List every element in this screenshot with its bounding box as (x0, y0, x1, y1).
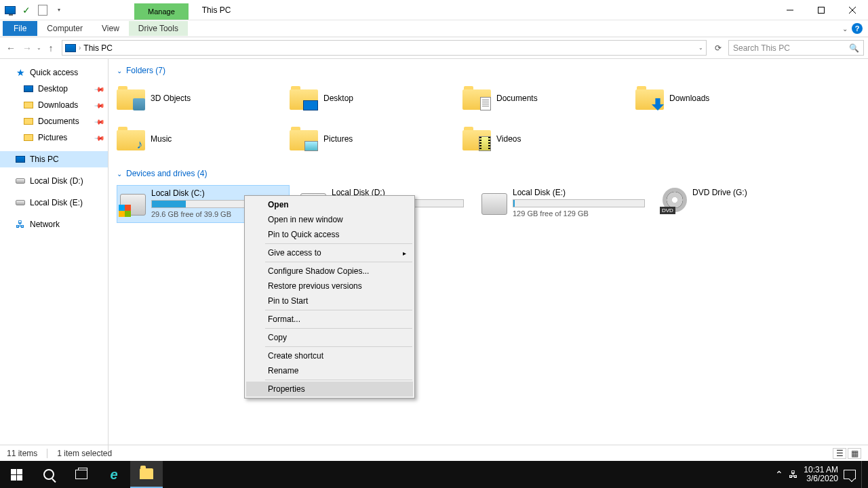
ctx-open[interactable]: Open (246, 197, 413, 212)
window-title: This PC (202, 5, 231, 15)
breadcrumb-location[interactable]: This PC (83, 43, 113, 53)
item-count: 11 items (7, 449, 37, 458)
folder-icon (462, 127, 491, 151)
new-folder-qat-icon[interactable] (35, 3, 50, 18)
breadcrumb-separator-icon[interactable]: › (79, 44, 81, 52)
qat-customize-icon[interactable]: ▾ (52, 3, 66, 18)
windows-logo-icon (11, 469, 22, 481)
ctx-copy[interactable]: Copy (246, 330, 413, 345)
search-icon[interactable]: 🔍 (849, 43, 859, 53)
separator (265, 380, 412, 380)
sidebar-label: Local Disk (D:) (30, 176, 83, 186)
folder-item[interactable]: ♪Music (117, 123, 290, 155)
help-icon[interactable]: ? (852, 23, 863, 34)
drive-tools-tab[interactable]: Drive Tools (129, 21, 188, 36)
system-tray: ⌃ 🖧 10:31 AM 3/6/2020 (775, 461, 868, 488)
drive-name: Local Disk (E:) (513, 188, 645, 197)
network-tray-icon[interactable]: 🖧 (789, 469, 798, 480)
large-icons-view-button[interactable]: ▦ (848, 448, 861, 459)
folder-item[interactable]: Pictures (290, 123, 462, 155)
history-dropdown-icon[interactable]: ⌄ (37, 45, 41, 51)
capacity-bar (513, 199, 645, 207)
drives-group-header[interactable]: ⌄ Devices and drives (4) (117, 169, 860, 178)
taskbar-search[interactable] (33, 461, 65, 488)
folder-icon (462, 86, 491, 110)
minimize-button[interactable] (774, 0, 806, 20)
start-button[interactable] (0, 461, 33, 488)
taskbar-ie[interactable]: e (98, 461, 130, 488)
app-icon[interactable] (3, 3, 18, 18)
drive-name: DVD Drive (G:) (692, 188, 826, 197)
folder-name: Downloads (669, 94, 709, 103)
pin-icon: 📌 (94, 100, 105, 110)
date-text: 3/6/2020 (804, 474, 838, 483)
details-view-button[interactable]: ☰ (833, 448, 846, 459)
dvd-drive-item[interactable]: DVD Drive (G:) (660, 185, 833, 223)
folder-item[interactable]: Downloads (635, 82, 808, 115)
ctx-give-access[interactable]: Give access to▸ (246, 245, 413, 260)
ctx-pin-start[interactable]: Pin to Start (246, 293, 413, 308)
folders-group-header[interactable]: ⌄ Folders (7) (117, 66, 860, 75)
search-input[interactable]: Search This PC 🔍 (728, 40, 864, 56)
star-icon: ★ (15, 67, 26, 78)
ctx-create-shortcut[interactable]: Create shortcut (246, 348, 413, 363)
folder-item[interactable]: Desktop (290, 82, 462, 115)
search-icon (43, 469, 54, 480)
clock[interactable]: 10:31 AM 3/6/2020 (804, 466, 838, 483)
tray-chevron-icon[interactable]: ⌃ (775, 469, 783, 480)
folder-item[interactable]: Documents (462, 82, 635, 115)
computer-tab[interactable]: Computer (37, 21, 92, 36)
drive-icon (15, 197, 26, 208)
drive-icon (481, 193, 507, 215)
pin-icon: 📌 (94, 132, 105, 143)
folder-item[interactable]: Videos (462, 123, 635, 155)
sidebar-pictures[interactable]: Pictures📌 (0, 129, 108, 146)
navigation-bar: ← → ⌄ ↑ › This PC ⌄ ⟳ Search This PC 🔍 (0, 37, 868, 59)
expand-ribbon-icon[interactable]: ⌄ (842, 25, 848, 33)
view-tab[interactable]: View (92, 21, 129, 36)
maximize-button[interactable] (806, 0, 837, 20)
sidebar-this-pc[interactable]: This PC (0, 151, 108, 167)
sidebar-quick-access[interactable]: ★ Quick access (0, 64, 108, 81)
search-placeholder: Search This PC (733, 43, 790, 53)
ctx-rename[interactable]: Rename (246, 363, 413, 378)
up-button[interactable]: ↑ (44, 43, 58, 54)
submenu-arrow-icon: ▸ (403, 249, 406, 257)
back-button[interactable]: ← (4, 43, 18, 54)
ctx-pin-quick-access[interactable]: Pin to Quick access (246, 227, 413, 242)
refresh-button[interactable]: ⟳ (711, 43, 726, 53)
sidebar-drive-d[interactable]: Local Disk (D:) (0, 173, 108, 189)
title-bar: ✓ ▾ Manage This PC (0, 0, 868, 20)
folder-icon (635, 86, 664, 110)
folder-icon (290, 86, 318, 110)
sidebar-label: This PC (30, 155, 59, 164)
drive-item[interactable]: Local Disk (E:) 129 GB free of 129 GB (479, 185, 652, 223)
file-tab[interactable]: File (3, 21, 37, 36)
ctx-open-new-window[interactable]: Open in new window (246, 212, 413, 227)
ctx-format[interactable]: Format... (246, 312, 413, 327)
ctx-shadow-copies[interactable]: Configure Shadow Copies... (246, 264, 413, 279)
sidebar-network[interactable]: 🖧Network (0, 216, 108, 232)
folder-name: Music (151, 134, 172, 144)
separator (265, 310, 412, 310)
sidebar-downloads[interactable]: Downloads📌 (0, 97, 108, 113)
sidebar-desktop[interactable]: Desktop📌 (0, 81, 108, 97)
sidebar-drive-e[interactable]: Local Disk (E:) (0, 195, 108, 211)
action-center-icon[interactable] (844, 470, 856, 479)
taskbar-explorer[interactable] (130, 461, 163, 488)
manage-tab-header: Manage (134, 3, 189, 20)
address-dropdown-icon[interactable]: ⌄ (698, 45, 703, 51)
folder-name: Documents (496, 94, 538, 103)
sidebar-documents[interactable]: Documents📌 (0, 113, 108, 129)
close-button[interactable] (837, 0, 868, 20)
network-icon: 🖧 (15, 219, 26, 230)
address-bar[interactable]: › This PC ⌄ (62, 40, 707, 56)
ctx-properties[interactable]: Properties (246, 382, 413, 396)
chevron-down-icon: ⌄ (117, 67, 122, 75)
ctx-restore-versions[interactable]: Restore previous versions (246, 279, 413, 293)
folder-item[interactable]: 3D Objects (117, 82, 290, 115)
properties-qat-icon[interactable]: ✓ (19, 3, 34, 18)
show-desktop-button[interactable] (861, 461, 865, 488)
task-view-button[interactable] (65, 461, 98, 488)
quick-access-toolbar: ✓ ▾ (0, 3, 66, 18)
